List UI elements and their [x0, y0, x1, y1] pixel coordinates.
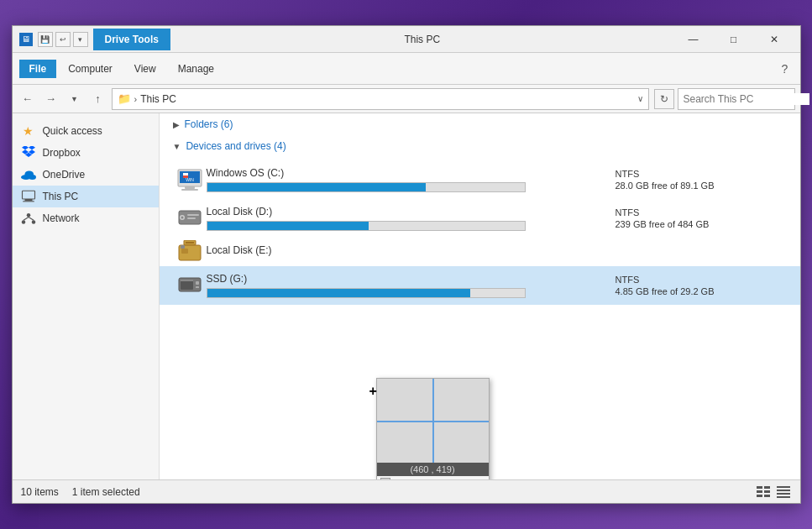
ribbon: File Computer View Manage ?: [13, 53, 800, 85]
drive-d-stats: NTFS 239 GB free of 484 GB: [616, 207, 783, 229]
sidebar-label-quick-access: Quick access: [43, 125, 102, 137]
drive-g-progress: [207, 288, 526, 298]
svg-rect-36: [764, 486, 770, 489]
svg-rect-30: [196, 281, 199, 285]
svg-rect-24: [186, 242, 194, 244]
svg-rect-39: [777, 486, 790, 488]
svg-rect-32: [181, 280, 193, 281]
drive-item-e[interactable]: Local Disk (E:): [160, 238, 800, 266]
file-tab[interactable]: File: [19, 60, 57, 78]
drive-e-icon: [176, 238, 203, 265]
svg-text:WIN: WIN: [186, 177, 194, 182]
svg-rect-35: [757, 495, 762, 497]
svg-rect-31: [196, 286, 199, 288]
devices-expand-icon: ▼: [173, 142, 181, 151]
title-bar: 🖥 💾 ↩ ▾ Drive Tools This PC — □ ✕: [13, 26, 800, 53]
svg-rect-14: [183, 173, 188, 175]
sidebar-item-this-pc[interactable]: This PC: [13, 186, 159, 207]
preview-popup: (460 , 419) 217, 217, 217: [376, 378, 490, 479]
drive-item-c[interactable]: WIN Windows OS (C:) NTFS 28.0 GB free of…: [160, 160, 800, 199]
qa-undo-btn[interactable]: ↩: [55, 32, 71, 47]
drive-g-info: SSD (G:): [207, 273, 599, 298]
sidebar-item-onedrive[interactable]: OneDrive: [13, 164, 159, 186]
help-button[interactable]: ?: [777, 60, 794, 77]
main-content: ▶ Folders (6) ▼ Devices and drives (4): [160, 113, 800, 479]
qa-dropdown-btn[interactable]: ▾: [73, 32, 88, 47]
drive-g-icon: [176, 272, 203, 299]
back-button[interactable]: ←: [18, 89, 38, 109]
address-bar[interactable]: 📁 › This PC ∨: [112, 88, 649, 110]
content-area: ★ Quick access Dropbox OneDrive: [13, 113, 800, 479]
sidebar-item-dropbox[interactable]: Dropbox: [13, 142, 159, 164]
sidebar-label-network: Network: [43, 212, 80, 224]
forward-button[interactable]: →: [41, 89, 61, 109]
drive-g-name: SSD (G:): [207, 273, 599, 285]
drive-d-fs: NTFS: [616, 207, 783, 217]
minimize-button[interactable]: —: [674, 28, 713, 51]
cursor-add-icon: +: [369, 384, 377, 399]
folders-section-title: Folders (6): [185, 118, 233, 130]
address-dropdown-icon[interactable]: ∨: [637, 94, 643, 103]
sidebar-item-network[interactable]: Network: [13, 207, 159, 229]
qa-save-btn[interactable]: 💾: [38, 32, 53, 47]
svg-point-8: [31, 220, 35, 224]
svg-rect-38: [764, 495, 770, 497]
sidebar-label-onedrive: OneDrive: [43, 169, 86, 181]
close-button[interactable]: ✕: [755, 28, 794, 51]
view-tab[interactable]: View: [124, 60, 166, 78]
svg-rect-27: [181, 245, 185, 249]
address-folder-icon: 📁: [118, 92, 131, 105]
address-path: This PC: [140, 93, 176, 105]
details-view-button[interactable]: [755, 484, 772, 500]
devices-section-header[interactable]: ▼ Devices and drives (4): [160, 135, 800, 157]
up-button[interactable]: ↑: [88, 89, 108, 109]
nav-bar: ← → ▼ ↑ 📁 › This PC ∨ ↻ 🔍: [13, 85, 800, 113]
svg-rect-37: [764, 490, 770, 493]
search-input[interactable]: [684, 93, 809, 105]
app-icon: 🖥: [19, 33, 33, 46]
star-icon: ★: [21, 123, 36, 139]
folders-expand-icon: ▶: [173, 120, 180, 129]
svg-rect-21: [187, 214, 199, 216]
drive-g-fs: NTFS: [616, 275, 783, 285]
svg-rect-41: [777, 493, 790, 495]
items-count: 10 items: [21, 486, 59, 498]
svg-rect-34: [757, 490, 762, 493]
devices-section-title: Devices and drives (4): [186, 140, 286, 152]
maximize-button[interactable]: □: [715, 28, 753, 51]
preview-rgb: 217, 217, 217: [377, 476, 489, 479]
manage-tab[interactable]: Manage: [168, 60, 224, 78]
refresh-button[interactable]: ↻: [654, 89, 674, 109]
recent-button[interactable]: ▼: [65, 89, 85, 109]
network-icon: [21, 211, 36, 226]
drive-d-space: 239 GB free of 484 GB: [616, 219, 783, 229]
sidebar-label-dropbox: Dropbox: [43, 147, 81, 159]
computer-tab[interactable]: Computer: [58, 60, 123, 78]
sidebar-item-quick-access[interactable]: ★ Quick access: [13, 120, 159, 142]
svg-rect-33: [757, 486, 762, 489]
tiles-view-button[interactable]: [775, 484, 792, 500]
svg-rect-40: [777, 490, 790, 491]
svg-rect-42: [777, 496, 790, 498]
drive-item-d[interactable]: Local Disk (D:) NTFS 239 GB free of 484 …: [160, 199, 800, 238]
drive-c-info: Windows OS (C:): [207, 167, 599, 192]
drive-item-g[interactable]: SSD (G:) NTFS 4.85 GB free of 29.2 GB: [160, 266, 800, 305]
svg-point-20: [181, 217, 183, 219]
drive-d-icon: [176, 205, 203, 232]
svg-rect-4: [24, 199, 32, 201]
dropbox-icon: [21, 145, 36, 160]
window-title: This PC: [170, 34, 674, 45]
drive-e-info: Local Disk (E:): [207, 244, 599, 259]
drive-d-fill: [207, 222, 369, 230]
sidebar-label-this-pc: This PC: [43, 191, 79, 202]
folders-section-header[interactable]: ▶ Folders (6): [160, 113, 800, 135]
svg-rect-16: [181, 189, 198, 191]
svg-point-7: [21, 220, 25, 224]
quick-access-toolbar: 💾 ↩ ▾: [38, 32, 88, 47]
drive-tools-tab[interactable]: Drive Tools: [93, 29, 170, 50]
drive-c-progress: [207, 182, 526, 192]
status-bar: 10 items 1 item selected: [13, 479, 800, 503]
preview-coords: (460 , 419): [377, 463, 489, 476]
rgb-values: 217, 217, 217: [394, 479, 445, 480]
explorer-window: 🖥 💾 ↩ ▾ Drive Tools This PC — □ ✕ File C…: [12, 25, 801, 504]
